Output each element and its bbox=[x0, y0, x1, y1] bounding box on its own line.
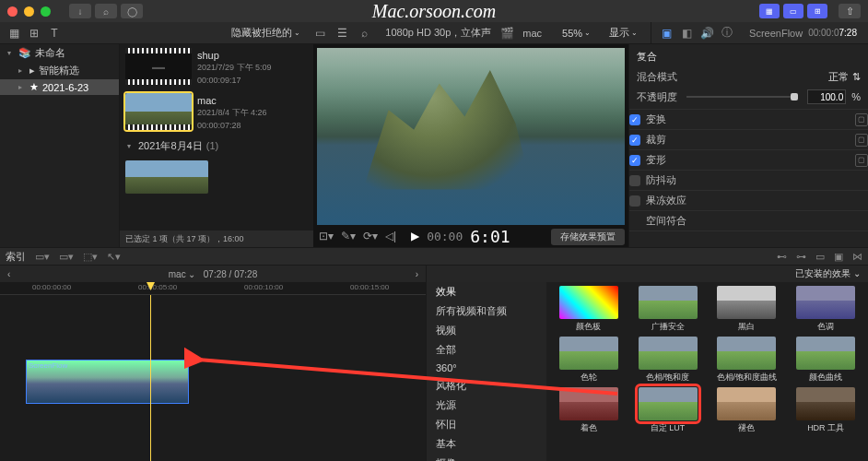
effect-item[interactable]: 颜色曲线 bbox=[787, 337, 864, 384]
effect-item[interactable]: 黑白 bbox=[709, 286, 786, 333]
effect-category[interactable]: 怀旧 bbox=[427, 415, 546, 434]
clip-thumbnail[interactable] bbox=[125, 160, 208, 194]
share-button[interactable]: ⇧ bbox=[839, 4, 861, 18]
list-view-icon[interactable]: ☰ bbox=[334, 26, 350, 41]
effect-item[interactable]: 自定 LUT bbox=[629, 387, 707, 434]
inspector-toggle[interactable]: ⊞ bbox=[807, 4, 827, 18]
zoom-window[interactable] bbox=[41, 6, 51, 17]
effect-category[interactable]: 360° bbox=[427, 360, 546, 376]
audio-inspector-icon[interactable]: 🔊 bbox=[699, 27, 714, 40]
effect-category[interactable]: 效果 bbox=[427, 282, 546, 301]
effect-item[interactable]: 褪色 bbox=[709, 387, 786, 434]
trim-tool-icon[interactable]: ⬚▾ bbox=[83, 251, 98, 263]
playhead[interactable] bbox=[150, 295, 151, 461]
skimming-icon[interactable]: ⊶ bbox=[796, 251, 806, 263]
clip-thumbnail[interactable]: ▬▬ bbox=[125, 48, 192, 85]
effect-item[interactable]: 色相/饱和度曲线 bbox=[709, 337, 786, 384]
timeline-history-fwd[interactable]: › bbox=[416, 269, 418, 279]
date-group-header[interactable]: ▾2021年8月4日 (1) bbox=[120, 136, 313, 157]
effect-thumbnail bbox=[717, 286, 776, 319]
clip-item[interactable]: ▬▬ shup 2021/7/29 下午 5:09 00:00:09:17 bbox=[120, 44, 313, 89]
clip-date: 2021/8/4 下午 4:26 bbox=[197, 108, 308, 119]
inspector-timecode: 00:00:07:28 bbox=[808, 28, 861, 38]
event-item[interactable]: ▸★ 2021-6-23 bbox=[0, 79, 119, 95]
filter-dropdown[interactable]: 隐藏被拒绝的 ⌄ bbox=[226, 26, 306, 40]
effect-category[interactable]: 视频 bbox=[427, 321, 546, 340]
clip-item[interactable]: mac 2021/8/4 下午 4:26 00:00:07:28 bbox=[120, 89, 313, 135]
solo-icon[interactable]: ▣ bbox=[834, 251, 843, 263]
close-window[interactable] bbox=[7, 6, 18, 17]
clip-thumbnail[interactable] bbox=[125, 93, 192, 130]
clip-duration: 00:00:07:28 bbox=[197, 121, 308, 132]
pointer-tool-icon[interactable]: ↖▾ bbox=[107, 251, 121, 263]
spatial-label: 空间符合 bbox=[646, 214, 686, 228]
blend-mode-value[interactable]: 正常 ⇅ bbox=[828, 70, 861, 84]
smart-collection[interactable]: ▸▸ 智能精选 bbox=[0, 62, 119, 79]
effect-thumbnail bbox=[796, 387, 855, 420]
view-dropdown[interactable]: 显示 ⌄ bbox=[604, 26, 643, 40]
photos-icon[interactable]: ⊞ bbox=[26, 26, 42, 41]
transform-tool-icon[interactable]: ⊡▾ bbox=[319, 230, 334, 242]
transform-checkbox[interactable]: ✓ bbox=[629, 114, 640, 125]
effect-item[interactable]: 广播安全 bbox=[629, 286, 707, 333]
index-tool2-icon[interactable]: ▭▾ bbox=[59, 251, 74, 263]
minimize-window[interactable] bbox=[24, 6, 34, 17]
effect-item[interactable]: 色调 bbox=[787, 286, 864, 333]
library-root[interactable]: ▾📚 未命名 bbox=[0, 44, 119, 62]
stabilize-checkbox[interactable] bbox=[629, 175, 640, 186]
effect-item[interactable]: 色相/饱和度 bbox=[629, 337, 707, 384]
audio-skim-icon[interactable]: ▭ bbox=[815, 251, 825, 263]
info-inspector-icon[interactable]: ⓘ bbox=[720, 25, 734, 41]
effect-item[interactable]: 色轮 bbox=[550, 337, 628, 384]
snap-icon[interactable]: ⊷ bbox=[777, 251, 787, 263]
effect-item[interactable]: 着色 bbox=[550, 387, 628, 434]
installed-effects-dropdown[interactable]: 已安装的效果 ⌄ bbox=[795, 267, 861, 280]
timeline-tracks[interactable]: ScreenFlow bbox=[0, 295, 426, 461]
effect-category[interactable]: 基本 bbox=[427, 434, 546, 454]
clip-item[interactable] bbox=[120, 157, 313, 197]
crop-reset[interactable]: ▢ bbox=[855, 134, 868, 147]
save-preset-button[interactable]: 存储效果预置 bbox=[551, 229, 625, 245]
opacity-input[interactable] bbox=[807, 89, 846, 104]
transform-reset[interactable]: ▢ bbox=[855, 113, 868, 126]
rolling-checkbox[interactable] bbox=[629, 195, 640, 207]
clip-appearance-icon[interactable]: ▭ bbox=[311, 26, 328, 41]
timeline-name[interactable]: mac bbox=[169, 269, 186, 279]
distort-reset[interactable]: ▢ bbox=[855, 154, 868, 167]
effect-category[interactable]: 全部 bbox=[427, 340, 546, 360]
effects-grid: 颜色板广播安全黑白色调色轮色相/饱和度色相/饱和度曲线颜色曲线着色自定 LUT褪… bbox=[546, 282, 868, 461]
library-icon[interactable]: ▦ bbox=[6, 26, 22, 41]
stabilize-label: 防抖动 bbox=[646, 173, 676, 187]
import-button[interactable]: ↓ bbox=[69, 4, 91, 18]
background-tasks-button[interactable]: ◯ bbox=[121, 4, 143, 18]
distort-checkbox[interactable]: ✓ bbox=[629, 155, 640, 166]
timeline-ruler[interactable]: 00:00:00:00 00:00:05:00 00:00:10:00 00:0… bbox=[0, 282, 426, 295]
ruler-tick: 00:00:10:00 bbox=[244, 283, 283, 291]
effect-category[interactable]: 抠像 bbox=[427, 454, 546, 461]
effect-category[interactable]: 光源 bbox=[427, 396, 546, 415]
timeline-close-icon[interactable]: ⋈ bbox=[852, 251, 862, 263]
timeline-toggle[interactable]: ▭ bbox=[783, 4, 803, 18]
zoom-dropdown[interactable]: 55% ⌄ bbox=[557, 28, 596, 39]
index-tool-icon[interactable]: ▭▾ bbox=[35, 251, 50, 263]
effect-category[interactable]: 风格化 bbox=[427, 376, 546, 396]
video-inspector-icon[interactable]: ▣ bbox=[659, 27, 674, 40]
effect-item[interactable]: HDR 工具 bbox=[787, 387, 864, 434]
retime-tool-icon[interactable]: ⟳▾ bbox=[363, 230, 378, 242]
color-inspector-icon[interactable]: ◧ bbox=[679, 27, 694, 40]
browser-toggle[interactable]: ▦ bbox=[759, 4, 780, 18]
opacity-slider[interactable] bbox=[686, 96, 798, 98]
viewer-canvas[interactable] bbox=[317, 48, 625, 225]
index-button[interactable]: 索引 bbox=[6, 250, 26, 264]
search-icon[interactable]: ⌕ bbox=[356, 26, 372, 41]
timeline-clip[interactable]: ScreenFlow bbox=[26, 360, 189, 404]
effect-category[interactable]: 所有视频和音频 bbox=[427, 301, 546, 321]
enhance-tool-icon[interactable]: ✎▾ bbox=[341, 230, 356, 242]
keyword-button[interactable]: ⌕ bbox=[95, 4, 117, 18]
titles-icon[interactable]: T bbox=[46, 26, 63, 41]
play-button[interactable]: ▶ bbox=[411, 230, 419, 242]
timeline-history-back[interactable]: ‹ bbox=[7, 269, 10, 279]
effect-item[interactable]: 颜色板 bbox=[550, 286, 628, 333]
crop-checkbox[interactable]: ✓ bbox=[629, 135, 640, 146]
skim-back-icon[interactable]: ◁| bbox=[385, 230, 396, 242]
